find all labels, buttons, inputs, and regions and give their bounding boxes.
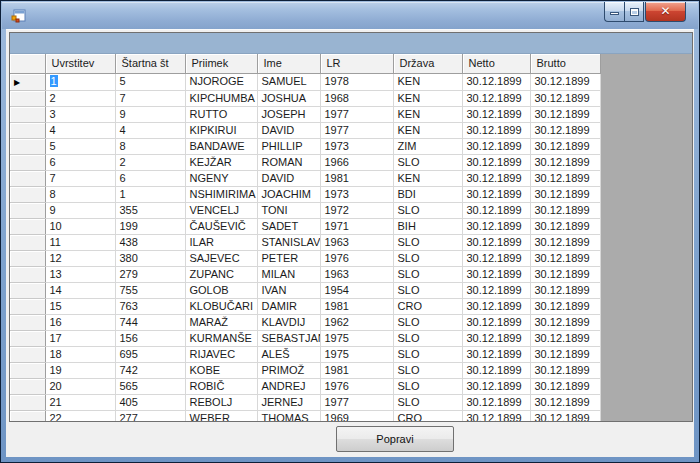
column-header-netto[interactable]: Netto (462, 54, 530, 73)
table-cell[interactable]: 438 (115, 234, 185, 250)
table-cell[interactable]: 16 (45, 314, 115, 330)
table-cell[interactable]: RUTTO (185, 106, 257, 122)
table-cell[interactable]: 10 (45, 218, 115, 234)
table-cell[interactable]: 279 (115, 266, 185, 282)
table-cell[interactable]: 8 (45, 186, 115, 202)
table-cell[interactable]: BDI (393, 186, 462, 202)
table-cell[interactable]: SLO (393, 394, 462, 410)
table-cell[interactable]: SLO (393, 154, 462, 170)
table-cell[interactable]: DAVID (257, 170, 320, 186)
table-cell[interactable]: 11 (45, 234, 115, 250)
table-cell[interactable]: 1976 (320, 378, 393, 394)
table-cell[interactable]: 30.12.1899 (462, 218, 530, 234)
table-cell[interactable]: SLO (393, 314, 462, 330)
table-cell[interactable]: 30.12.1899 (462, 362, 530, 378)
table-cell[interactable]: 2 (45, 90, 115, 106)
column-header-priimek[interactable]: Priimek (185, 54, 257, 73)
table-cell[interactable]: 30.12.1899 (462, 122, 530, 138)
table-cell[interactable]: KEN (393, 73, 462, 90)
table-cell[interactable]: SLO (393, 378, 462, 394)
row-selector[interactable] (10, 410, 45, 422)
table-cell[interactable]: 156 (115, 330, 185, 346)
table-cell[interactable]: TONI (257, 202, 320, 218)
popravi-button[interactable]: Popravi (336, 426, 454, 452)
table-cell[interactable]: WEBER (185, 410, 257, 422)
table-cell[interactable]: 30.12.1899 (462, 170, 530, 186)
table-cell[interactable]: 30.12.1899 (462, 282, 530, 298)
table-cell[interactable]: KEN (393, 122, 462, 138)
table-cell[interactable]: PRIMOŽ (257, 362, 320, 378)
table-cell[interactable]: SLO (393, 362, 462, 378)
table-cell[interactable]: SLO (393, 234, 462, 250)
table-cell[interactable]: JOSHUA (257, 90, 320, 106)
table-cell[interactable]: 695 (115, 346, 185, 362)
table-cell[interactable]: ROMAN (257, 154, 320, 170)
table-cell[interactable]: 30.12.1899 (530, 218, 600, 234)
table-cell[interactable]: 1973 (320, 186, 393, 202)
table-cell[interactable]: 2 (115, 154, 185, 170)
column-header-startna_st[interactable]: Štartna št (115, 54, 185, 73)
row-selector[interactable] (10, 394, 45, 410)
maximize-button[interactable] (624, 2, 644, 22)
grid-corner-header[interactable] (10, 54, 45, 73)
table-cell[interactable]: 4 (45, 122, 115, 138)
table-cell[interactable]: 30.12.1899 (530, 330, 600, 346)
table-cell[interactable]: DAMIR (257, 298, 320, 314)
table-cell[interactable]: 742 (115, 362, 185, 378)
table-cell[interactable]: SLO (393, 282, 462, 298)
table-cell[interactable]: 30.12.1899 (462, 106, 530, 122)
table-cell[interactable]: 30.12.1899 (530, 250, 600, 266)
row-selector[interactable] (10, 314, 45, 330)
table-cell[interactable]: SLO (393, 202, 462, 218)
table-cell[interactable]: ROBIČ (185, 378, 257, 394)
table-cell[interactable]: SLO (393, 250, 462, 266)
table-cell[interactable]: 14 (45, 282, 115, 298)
table-cell[interactable]: 30.12.1899 (530, 410, 600, 422)
table-cell[interactable]: 30.12.1899 (530, 90, 600, 106)
table-cell[interactable]: 9 (45, 202, 115, 218)
table-cell[interactable]: 30.12.1899 (530, 394, 600, 410)
table-cell[interactable]: ZIM (393, 138, 462, 154)
table-cell[interactable]: 30.12.1899 (530, 122, 600, 138)
table-cell[interactable]: KEN (393, 170, 462, 186)
table-cell[interactable]: 30.12.1899 (530, 362, 600, 378)
table-cell[interactable]: 1971 (320, 218, 393, 234)
table-cell[interactable]: 763 (115, 298, 185, 314)
table-cell[interactable]: 277 (115, 410, 185, 422)
table-cell[interactable]: JOACHIM (257, 186, 320, 202)
row-selector[interactable] (10, 330, 45, 346)
row-selector[interactable] (10, 154, 45, 170)
table-cell[interactable]: ILAR (185, 234, 257, 250)
table-cell[interactable]: 1968 (320, 90, 393, 106)
table-cell[interactable]: NGENY (185, 170, 257, 186)
table-cell[interactable]: KIPCHUMBA (185, 90, 257, 106)
table-cell[interactable]: ANDREJ (257, 378, 320, 394)
table-cell[interactable]: BANDAWE (185, 138, 257, 154)
table-cell[interactable]: GOLOB (185, 282, 257, 298)
table-cell[interactable]: JERNEJ (257, 394, 320, 410)
table-cell[interactable]: 30.12.1899 (530, 138, 600, 154)
table-cell[interactable]: SAMUEL (257, 73, 320, 90)
table-cell[interactable]: KEN (393, 106, 462, 122)
row-selector[interactable] (10, 106, 45, 122)
row-selector[interactable] (10, 266, 45, 282)
table-cell[interactable]: 30.12.1899 (462, 346, 530, 362)
table-cell[interactable]: 30.12.1899 (530, 170, 600, 186)
row-selector[interactable] (10, 346, 45, 362)
table-cell[interactable]: 30.12.1899 (462, 394, 530, 410)
table-cell[interactable]: THOMAS (257, 410, 320, 422)
table-cell[interactable]: 30.12.1899 (530, 314, 600, 330)
table-cell[interactable]: 30.12.1899 (530, 106, 600, 122)
row-selector[interactable] (10, 122, 45, 138)
table-cell[interactable]: REBOLJ (185, 394, 257, 410)
table-cell[interactable]: 1975 (320, 346, 393, 362)
table-cell[interactable]: 30.12.1899 (530, 282, 600, 298)
table-cell[interactable]: JOSEPH (257, 106, 320, 122)
table-cell[interactable]: 22 (45, 410, 115, 422)
table-cell[interactable]: 1975 (320, 330, 393, 346)
row-selector[interactable] (10, 90, 45, 106)
table-cell[interactable]: SAJEVEC (185, 250, 257, 266)
table-cell[interactable]: 17 (45, 330, 115, 346)
table-cell[interactable]: 30.12.1899 (530, 154, 600, 170)
table-cell[interactable]: 30.12.1899 (462, 266, 530, 282)
